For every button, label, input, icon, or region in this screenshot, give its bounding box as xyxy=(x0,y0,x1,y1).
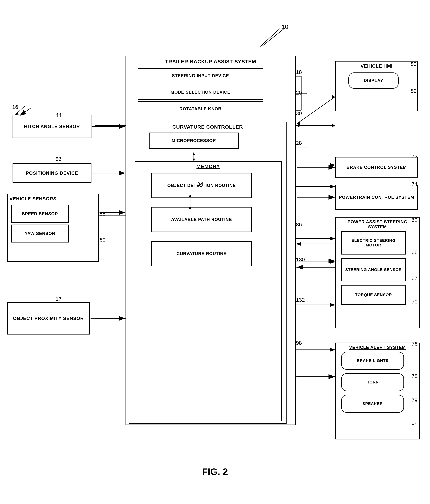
ref-76: 76 xyxy=(412,341,417,347)
microprocessor-box: MICROPROCESSOR xyxy=(149,133,239,149)
svg-marker-28 xyxy=(193,152,195,155)
electric-steering-motor-box: ELECTRIC STEERING MOTOR xyxy=(341,231,406,254)
ref-132: 132 xyxy=(296,297,305,303)
ref-17: 17 xyxy=(56,296,62,302)
ref-62: 62 xyxy=(412,217,417,223)
vehicle-sensors-label: VEHICLE SENSORS xyxy=(9,196,56,202)
ref-66: 66 xyxy=(412,249,417,255)
ref-60: 60 xyxy=(99,237,106,243)
speaker-box: SPEAKER xyxy=(341,395,404,413)
diagram: 10 HITCH ANGLE SENSOR 16 44 POSITIONING … xyxy=(0,0,430,504)
ref-78: 78 xyxy=(412,373,417,379)
svg-line-32 xyxy=(263,28,285,46)
ref-28: 28 xyxy=(296,140,302,146)
ref-44: 44 xyxy=(56,112,62,118)
ref-86: 86 xyxy=(296,222,302,228)
hitch-angle-sensor-box: HITCH ANGLE SENSOR xyxy=(13,115,91,138)
ref-72: 72 xyxy=(412,153,417,160)
trailer-backup-title: TRAILER BACKUP ASSIST SYSTEM xyxy=(129,59,293,64)
svg-line-0 xyxy=(260,29,280,47)
memory-section: MEMORY OBJECT DETECTION ROUTINE AVAILABL… xyxy=(135,161,282,421)
memory-title: MEMORY xyxy=(137,163,279,169)
vehicle-sensors-outer-box: VEHICLE SENSORS SPEED SENSOR YAW SENSOR xyxy=(7,194,99,262)
brake-control-box: BRAKE CONTROL SYSTEM xyxy=(335,157,418,178)
brake-lights-box: BRAKE LIGHTS xyxy=(341,352,404,370)
horn-box: HORN xyxy=(341,373,404,391)
curvature-controller-title: CURVATURE CONTROLLER xyxy=(131,124,284,130)
figure-label: FIG. 2 xyxy=(202,466,228,477)
positioning-device-box: POSITIONING DEVICE xyxy=(13,163,91,183)
svg-marker-22 xyxy=(332,124,335,127)
svg-marker-21 xyxy=(296,124,299,127)
svg-marker-40 xyxy=(332,95,335,99)
ref-56: 56 xyxy=(56,156,62,162)
vehicle-hmi-label: VEHICLE HMI xyxy=(338,63,415,69)
svg-marker-26 xyxy=(15,112,19,115)
vehicle-alert-title: VEHICLE ALERT SYSTEM xyxy=(338,345,417,350)
vehicle-alert-outer-box: VEHICLE ALERT SYSTEM BRAKE LIGHTS HORN S… xyxy=(335,342,420,440)
power-assist-steering-title: POWER ASSIST STEERING SYSTEM xyxy=(338,219,417,229)
torque-sensor-box: TORQUE SENSOR xyxy=(341,285,406,305)
svg-marker-29 xyxy=(193,159,195,161)
micro-memory-arrow xyxy=(192,152,196,161)
trailer-backup-outer-box: TRAILER BACKUP ASSIST SYSTEM STEERING IN… xyxy=(125,56,296,425)
yaw-sensor-box: YAW SENSOR xyxy=(11,225,69,243)
ref-30: 30 xyxy=(296,110,302,117)
ref-16: 16 xyxy=(12,104,18,110)
steering-input-box: STEERING INPUT DEVICE xyxy=(138,68,263,83)
curvature-routine-box: CURVATURE ROUTINE xyxy=(151,241,252,266)
ref-82: 82 xyxy=(411,88,417,94)
ref-20: 20 xyxy=(296,90,302,96)
available-path-box: AVAILABLE PATH ROUTINE xyxy=(151,207,252,232)
ref-98: 98 xyxy=(296,340,302,346)
ref-130: 130 xyxy=(296,256,305,263)
vehicle-hmi-outer-box: VEHICLE HMI DISPLAY xyxy=(335,61,418,111)
svg-line-33 xyxy=(20,108,31,116)
steering-angle-sensor-box: STEERING ANGLE SENSOR xyxy=(341,258,406,281)
ref-18: 18 xyxy=(296,69,302,75)
speed-sensor-box: SPEED SENSOR xyxy=(11,205,69,223)
mode-selection-box: MODE SELECTION DEVICE xyxy=(138,85,263,100)
ref-67: 67 xyxy=(412,275,417,281)
display-box: DISPLAY xyxy=(349,72,399,89)
svg-line-38 xyxy=(297,97,335,124)
curvature-controller-section: CURVATURE CONTROLLER MICROPROCESSOR MEMO… xyxy=(129,122,287,424)
ref-74: 74 xyxy=(412,181,417,187)
ref-70: 70 xyxy=(412,299,417,305)
object-proximity-sensor-box: OBJECT PROXIMITY SENSOR xyxy=(7,302,90,334)
rotatable-knob-box: ROTATABLE KNOB xyxy=(138,101,263,117)
ref-84: 84 xyxy=(197,181,203,187)
powertrain-control-box: POWERTRAIN CONTROL SYSTEM xyxy=(335,185,418,210)
ref-79: 79 xyxy=(412,397,417,403)
ref-10: 10 xyxy=(282,23,288,30)
power-assist-steering-outer-box: POWER ASSIST STEERING SYSTEM ELECTRIC ST… xyxy=(335,217,420,328)
double-arrow-svg xyxy=(192,152,196,161)
ref-58: 58 xyxy=(99,211,106,217)
ref-80: 80 xyxy=(411,61,417,67)
svg-marker-39 xyxy=(297,122,300,126)
ref-81: 81 xyxy=(412,422,417,428)
